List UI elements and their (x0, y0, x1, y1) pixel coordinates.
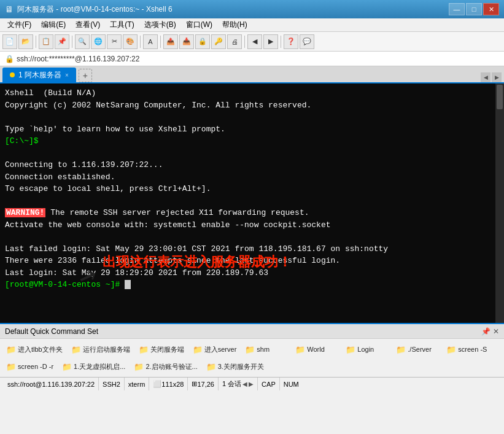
minimize-button[interactable]: — (449, 3, 465, 15)
tab-indicator (10, 72, 15, 77)
status-size-text: 111x28 (161, 381, 184, 388)
qc-item-5[interactable]: 📁 World (292, 341, 341, 357)
quick-cmd-pin[interactable]: 📌 (481, 327, 490, 336)
toolbar: 📄 📂 📋 📌 🔍 🌐 ✂ 🎨 A 📤 📥 🔒 🔑 🖨 ◀ ▶ ❓ 💬 (0, 32, 504, 52)
qc-icon-5: 📁 (295, 345, 305, 354)
terminal-line-9: To escape to local shell, press Ctrl+Alt… (5, 183, 490, 195)
toolbar-lock[interactable]: 🔒 (195, 34, 210, 49)
quick-cmd-controls: 📌 ✕ (481, 327, 499, 336)
qc-label-1: 运行启动服务端 (83, 345, 130, 354)
status-num: NUM (280, 378, 303, 390)
session-nav: ◀ ▶ (242, 381, 254, 387)
toolbar-disconnect[interactable]: ✂ (107, 34, 122, 49)
terminal[interactable]: Xshell (Build N/A) Copyright (c) 2002 Ne… (0, 83, 495, 323)
warning-badge: WARNING! (5, 208, 45, 217)
qc-label-9: screen -D -r (18, 363, 53, 370)
menu-window[interactable]: 窗口(W) (181, 18, 217, 31)
toolbar-left[interactable]: ◀ (247, 34, 262, 49)
status-size-icon: ⬜ (153, 380, 161, 388)
address-text[interactable]: ssh://root:*********@1.116.139.207:22 (17, 55, 139, 63)
status-num-text: NUM (284, 381, 299, 388)
qc-icon-0: 📁 (6, 345, 16, 354)
annotation-text: 出现这行表示进入服务器成功！ (103, 253, 292, 271)
session-tab[interactable]: 1 阿木服务器 × (2, 68, 76, 82)
session-next-button[interactable]: ▶ (249, 381, 254, 387)
qc-item-8[interactable]: 📁 screen -S (443, 341, 492, 357)
status-size: ⬜ 111x28 (149, 378, 188, 390)
menu-help[interactable]: 帮助(H) (217, 18, 252, 31)
qc-icon-4: 📁 (245, 345, 255, 354)
qc-label-10: 1.天龙虚拟机启... (74, 362, 125, 371)
toolbar-transfer[interactable]: 📤 (163, 34, 178, 49)
qc-label-5: World (307, 346, 325, 353)
qc-item-2[interactable]: 📁 关闭服务端 (135, 341, 188, 357)
toolbar-help[interactable]: ❓ (284, 34, 298, 49)
toolbar-open[interactable]: 📂 (18, 34, 33, 49)
qc-item-10[interactable]: 📁 1.天龙虚拟机启... (58, 358, 129, 374)
tab-prev-button[interactable]: ◀ (481, 72, 490, 82)
qc-icon-2: 📁 (139, 345, 149, 354)
qc-icon-3: 📁 (193, 345, 203, 354)
toolbar-print[interactable]: 🖨 (227, 34, 242, 49)
scrollbar-thumb[interactable] (497, 85, 503, 109)
toolbar-sep3 (140, 36, 141, 48)
menu-tools[interactable]: 工具(T) (105, 18, 139, 31)
qc-item-12[interactable]: 📁 3.关闭服务开关 (203, 358, 268, 374)
tab-close-button[interactable]: × (65, 72, 69, 79)
terminal-line-12: Activate the web console with: systemctl… (5, 219, 490, 231)
qc-item-4[interactable]: 📁 shm (241, 341, 290, 357)
window-title: 阿木服务器 - root@VM-0-14-centos:~ - Xshell 6 (17, 4, 449, 15)
qc-label-0: 进入tlbb文件夹 (18, 345, 63, 354)
qc-item-0[interactable]: 📁 进入tlbb文件夹 (2, 341, 66, 357)
toolbar-paste[interactable]: 📌 (55, 34, 69, 49)
quick-cmd-title: Default Quick Command Set (5, 327, 481, 336)
quick-cmd-close[interactable]: ✕ (493, 327, 499, 336)
qc-item-1[interactable]: 📁 运行启动服务端 (68, 341, 134, 357)
toolbar-connect[interactable]: 🌐 (91, 34, 106, 49)
close-button[interactable]: ✕ (483, 3, 499, 15)
maximize-button[interactable]: □ (466, 3, 482, 15)
status-ssh: ssh://root@1.116.139.207:22 (4, 378, 99, 390)
toolbar-font[interactable]: A (143, 34, 158, 49)
qc-item-9[interactable]: 📁 screen -D -r (2, 358, 57, 374)
terminal-line-7: Connecting to 1.116.139.207:22... (5, 159, 490, 171)
qc-item-3[interactable]: 📁 进入server (189, 341, 241, 357)
terminal-line-5: [C:\~]$ (5, 135, 490, 147)
toolbar-copy[interactable]: 📋 (39, 34, 53, 49)
status-term: xterm (125, 378, 150, 390)
qc-item-6[interactable]: 📁 Login (342, 341, 391, 357)
toolbar-sftp[interactable]: 📥 (179, 34, 194, 49)
status-ssh-text: ssh://root@1.116.139.207:22 (7, 381, 95, 388)
qc-icon-1: 📁 (71, 345, 81, 354)
app-icon: 🖥 (5, 4, 14, 14)
terminal-line-8: Connection established. (5, 171, 490, 184)
annotation: ↗ 出现这行表示进入服务器成功！ (80, 250, 292, 292)
toolbar-chat[interactable]: 💬 (300, 34, 314, 49)
menu-view[interactable]: 查看(V) (71, 18, 105, 31)
status-cursor-text: 17,26 (197, 381, 214, 388)
menu-bar: 文件(F) 编辑(E) 查看(V) 工具(T) 选项卡(B) 窗口(W) 帮助(… (0, 18, 504, 32)
qc-icon-10: 📁 (62, 362, 72, 371)
toolbar-new[interactable]: 📄 (2, 34, 17, 49)
menu-tabs[interactable]: 选项卡(B) (139, 18, 181, 31)
menu-edit[interactable]: 编辑(E) (36, 18, 71, 31)
toolbar-key[interactable]: 🔑 (211, 34, 226, 49)
new-tab-button[interactable]: + (79, 69, 92, 82)
qc-label-7: ./Server (408, 346, 432, 353)
terminal-line-4: Type `help' to learn how to use Xshell p… (5, 123, 490, 136)
status-cursor-icon: ⊞ (192, 380, 197, 388)
session-prev-button[interactable]: ◀ (242, 381, 247, 387)
qc-label-2: 关闭服务端 (150, 345, 184, 354)
tab-next-button[interactable]: ▶ (492, 72, 502, 82)
qc-item-11[interactable]: 📁 2.启动账号验证... (130, 358, 201, 374)
qc-icon-8: 📁 (446, 345, 456, 354)
toolbar-zoom[interactable]: 🔍 (75, 34, 90, 49)
terminal-scrollbar[interactable] (495, 83, 504, 323)
menu-file[interactable]: 文件(F) (2, 18, 36, 31)
qc-item-7[interactable]: 📁 ./Server (392, 341, 441, 357)
qc-icon-9: 📁 (6, 362, 16, 371)
status-caps: CAP (258, 378, 280, 390)
toolbar-color[interactable]: 🎨 (123, 34, 138, 49)
terminal-wrapper: Xshell (Build N/A) Copyright (c) 2002 Ne… (0, 83, 504, 323)
toolbar-right[interactable]: ▶ (263, 34, 278, 49)
